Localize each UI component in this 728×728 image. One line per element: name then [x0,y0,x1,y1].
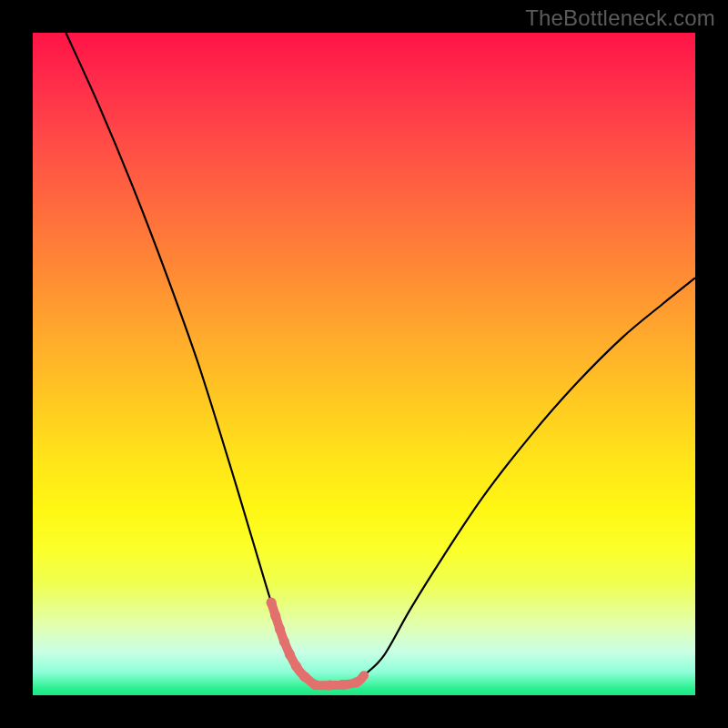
chart-curve-svg [33,33,695,695]
bottleneck-curve-path [66,33,695,685]
watermark-label: TheBottleneck.com [525,5,715,31]
chart-plot-area [33,33,695,695]
chart-frame: TheBottleneck.com [0,0,728,728]
bottleneck-curve-highlight-core [271,602,364,685]
